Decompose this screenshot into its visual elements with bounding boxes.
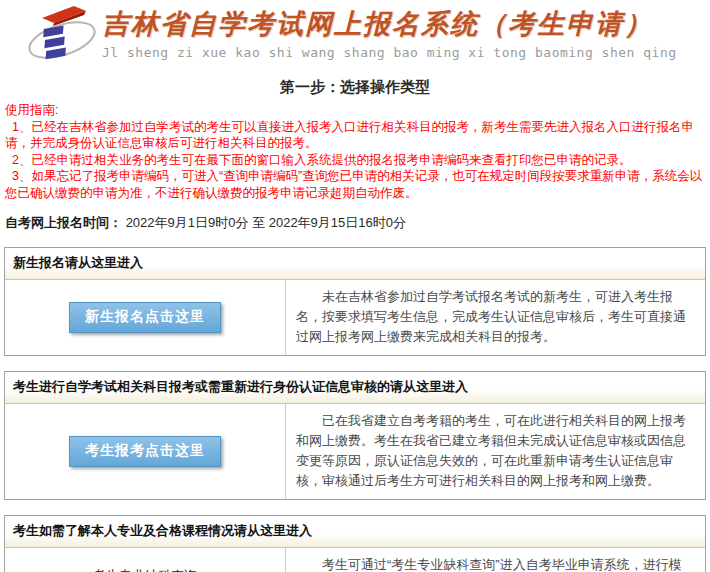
section-candidate-exam-button-cell: 考生报考点击这里 [5,404,286,499]
jilin-zikao-logo-icon [24,2,100,70]
section-new-student-heading: 新生报名请从这里进入 [5,248,705,280]
query-missing-subjects-cell: 考生专业缺科查询 [5,548,286,572]
usage-guide-item: 3、如果忘记了报考申请编码，可进入“查询申请编码”查询您已申请的相关记录，也可在… [5,168,705,201]
query-row-missing-subjects: 考生专业缺科查询 考生可通过“考生专业缺科查询”进入自考毕业申请系统，进行模拟毕… [5,548,705,572]
section-queries: 考生如需了解本人专业及合格课程情况请从这里进入 考生专业缺科查询 考生可通过“考… [4,515,706,572]
section-new-student-button-cell: 新生报名点击这里 [5,280,286,355]
section-new-student-description-cell: 未在吉林省参加过自学考试报名考试的新考生，可进入考生报名，按要求填写考生信息，完… [286,280,705,355]
candidate-exam-register-button[interactable]: 考生报考点击这里 [69,436,221,467]
section-new-student: 新生报名请从这里进入 新生报名点击这里 未在吉林省参加过自学考试报名考试的新考生… [4,247,706,356]
section-queries-heading: 考生如需了解本人专业及合格课程情况请从这里进入 [5,516,705,548]
site-title: 吉林省自学考试网上报名系统（考生申请） [102,6,677,42]
section-candidate-exam-description-cell: 已在我省建立自考考籍的考生，可在此进行相关科目的网上报考和网上缴费。考生在我省已… [286,404,705,499]
site-title-pinyin: Jl sheng zi xue kao shi wang shang bao m… [102,45,677,60]
registration-time: 自考网上报名时间： 2022年9月1日9时0分 至 2022年9月15日16时0… [0,214,710,232]
section-candidate-exam-description: 已在我省建立自考考籍的考生，可在此进行相关科目的网上报考和网上缴费。考生在我省已… [296,411,693,491]
step-title: 第一步：选择操作类型 [0,78,710,97]
registration-time-label: 自考网上报名时间： [5,215,122,230]
query-missing-subjects-description: 考生可通过“考生专业缺科查询”进入自考毕业申请系统，进行模拟毕业申请来了解所学专… [296,555,693,572]
page: 吉林省自学考试网上报名系统（考生申请） Jl sheng zi xue kao … [0,0,710,572]
section-candidate-exam: 考生进行自学考试相关科目报考或需重新进行身份认证信息审核的请从这里进入 考生报考… [4,371,706,500]
section-candidate-exam-heading: 考生进行自学考试相关科目报考或需重新进行身份认证信息审核的请从这里进入 [5,372,705,404]
registration-time-value: 2022年9月1日9时0分 至 2022年9月15日16时0分 [126,215,406,230]
usage-guide-item: 1、已经在吉林省参加过自学考试的考生可以直接进入报考入口进行相关科目的报考，新考… [5,119,705,152]
query-missing-subjects-description-cell: 考生可通过“考生专业缺科查询”进入自考毕业申请系统，进行模拟毕业申请来了解所学专… [286,548,705,572]
section-new-student-description: 未在吉林省参加过自学考试报名考试的新考生，可进入考生报名，按要求填写考生信息，完… [296,287,693,347]
usage-guide: 使用指南: 1、已经在吉林省参加过自学考试的考生可以直接进入报考入口进行相关科目… [0,102,710,201]
usage-guide-item: 2、已经申请过相关业务的考生可在最下面的窗口输入系统提供的报名报考申请编码来查看… [5,152,705,169]
site-titles: 吉林省自学考试网上报名系统（考生申请） Jl sheng zi xue kao … [102,6,677,60]
header: 吉林省自学考试网上报名系统（考生申请） Jl sheng zi xue kao … [0,0,710,70]
new-student-register-button[interactable]: 新生报名点击这里 [69,302,221,333]
major-missing-subjects-query-link[interactable]: 考生专业缺科查询 [93,567,197,572]
usage-guide-heading: 使用指南: [5,102,705,119]
